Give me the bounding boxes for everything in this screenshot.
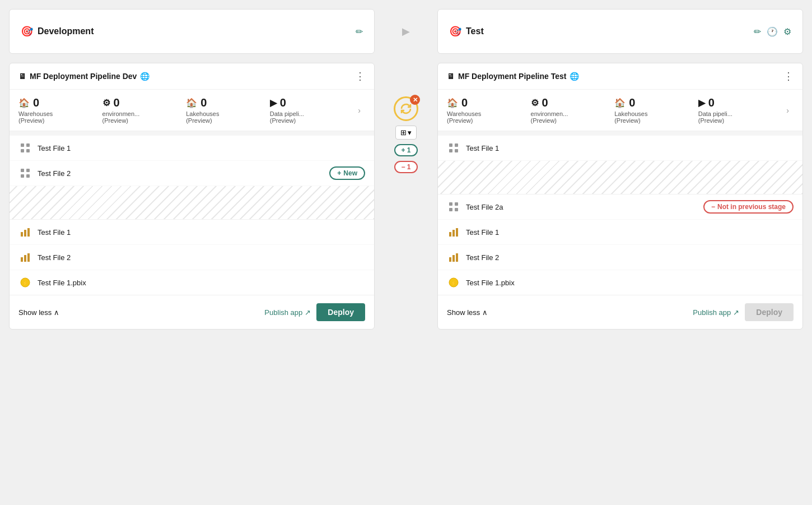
dev-item-name-testfile2-grid: Test File 2 [38,169,324,178]
dev-stats-row: 🏠 0 Warehouses(Preview) ⚙ 0 environmen..… [10,90,374,131]
development-edit-icon[interactable]: ✏ [356,26,363,37]
svg-rect-17 [455,143,458,147]
dev-item-testfile1-pbix: ⚡ Test File 1.pbix [10,270,374,295]
test-deploy-button: Deploy [745,303,794,321]
test-publish-icon: ↗ [733,308,739,317]
test-stat-arrow[interactable]: › [782,106,794,115]
dev-stat-pipelines: ▶ 0 Data pipeli...(Preview) [270,96,354,124]
svg-rect-0 [21,143,24,147]
svg-rect-12 [24,255,26,262]
dev-publish-label: Publish app [264,308,302,317]
test-pipeline-title-text: MF Deployment Pipeline Test [458,72,566,81]
dev-stat-arrow[interactable]: › [353,106,365,115]
test-section-divider [438,131,802,136]
test-stat-environments: ⚙ 0 environmen...(Preview) [531,96,615,124]
dev-card-title: 🖥 MF Deployment Pipeline Dev 🌐 [18,72,150,81]
test-item-icon-grid1 [447,141,460,155]
compare-icon: ⊞ [400,128,407,137]
test-item-name-testfile1-grid: Test File 1 [466,144,794,152]
dev-lake-label: Lakehouses(Preview) [186,110,219,124]
test-pipe-icon: ▶ [698,98,705,108]
svg-rect-19 [455,149,458,152]
test-stat-lakehouses: 🏠 0 Lakehouses(Preview) [614,96,698,124]
dev-item-name-testfile1-grid: Test File 1 [38,144,365,152]
dev-pipeline-globe-icon: 🌐 [140,72,150,81]
test-pipeline-globe-icon: 🌐 [570,72,579,81]
dev-item-name-testfile2-chart: Test File 2 [38,253,365,262]
test-item-badge-not-previous: − Not in previous stage [703,200,794,214]
test-env-label: environmen...(Preview) [531,110,568,124]
test-more-button[interactable]: ⋮ [783,71,794,81]
dev-section-divider [10,131,374,136]
dev-card-footer: Show less ∧ Publish app ↗ Deploy [10,295,374,329]
pipeline-cards-row: 🖥 MF Deployment Pipeline Dev 🌐 ⋮ 🏠 0 War… [9,63,803,330]
test-stage-title: 🎯 Test [449,25,484,38]
test-item-icon-chart1 [447,225,460,239]
dev-hatch-area [10,186,374,220]
test-stat-pipelines: ▶ 0 Data pipeli...(Preview) [698,96,782,124]
svg-rect-13 [27,253,30,262]
test-item-name-testfile2a-grid: Test File 2a [466,203,698,211]
test-history-icon[interactable]: 🕐 [767,26,778,37]
dev-more-button[interactable]: ⋮ [355,71,365,81]
test-settings-icon[interactable]: ⚙ [783,26,791,37]
test-item-icon-pbix: ⚡ [447,276,460,289]
dev-item-icon-grid2 [18,166,32,180]
svg-rect-6 [21,174,24,178]
test-stage-name: Test [466,26,484,36]
dev-env-label: environmen...(Preview) [102,110,140,124]
test-item-name-testfile1-chart: Test File 1 [466,228,794,237]
test-env-count: 0 [542,96,548,109]
test-hatch-area [438,161,802,194]
test-env-icon: ⚙ [531,98,539,108]
dev-pipe-icon: ▶ [270,98,277,108]
svg-text:⚡: ⚡ [22,280,28,286]
svg-rect-16 [449,143,452,147]
test-edit-icon[interactable]: ✏ [754,26,761,37]
refresh-error-icon: ✕ [410,95,420,105]
test-lake-label: Lakehouses(Preview) [614,110,647,124]
dev-warehouse-label: Warehouses(Preview) [18,110,53,124]
dev-env-icon: ⚙ [102,98,110,108]
dev-pipe-count: 0 [280,96,286,109]
dev-show-less-chevron: ∧ [54,308,59,317]
development-stage-actions: ✏ [356,26,363,37]
dev-show-less-button[interactable]: Show less ∧ [18,308,59,317]
dev-show-less-label: Show less [18,308,52,317]
dev-item-name-testfile1-chart: Test File 1 [38,228,365,237]
test-show-less-chevron: ∧ [482,308,488,317]
test-stat-warehouses: 🏠 0 Warehouses(Preview) [447,96,531,124]
diff-removed-text: − 1 [401,163,410,171]
dev-pipeline-title-text: MF Deployment Pipeline Dev [30,72,137,81]
dev-footer-right: Publish app ↗ Deploy [264,303,365,321]
dev-pipeline-icon: 🖥 [18,72,26,81]
svg-rect-23 [455,208,458,211]
test-lake-icon: 🏠 [614,98,626,108]
test-show-less-button[interactable]: Show less ∧ [447,308,488,317]
test-item-name-testfile2-chart: Test File 2 [466,253,794,262]
test-lake-count: 0 [629,96,635,109]
svg-rect-18 [449,149,452,152]
svg-rect-24 [449,232,451,237]
dev-item-icon-chart1 [18,225,32,239]
stage-headers-row: 🎯 Development ✏ ▶ 🎯 Test ✏ 🕐 ⚙ [9,9,803,54]
dev-deploy-button[interactable]: Deploy [316,303,365,321]
dev-item-testfile2-chart: Test File 2 [10,245,374,270]
test-publish-button[interactable]: Publish app ↗ [693,308,739,317]
svg-rect-25 [452,230,455,237]
dev-pipeline-card: 🖥 MF Deployment Pipeline Dev 🌐 ⋮ 🏠 0 War… [9,63,375,330]
dev-stat-lakehouses: 🏠 0 Lakehouses(Preview) [186,96,270,124]
development-stage-icon: 🎯 [21,25,33,38]
svg-rect-20 [449,202,452,206]
test-pipe-count: 0 [708,96,715,109]
svg-rect-11 [21,257,23,262]
compare-button[interactable]: ⊞ ▾ [395,126,417,140]
dev-publish-button[interactable]: Publish app ↗ [264,308,311,317]
svg-rect-10 [27,228,30,237]
test-deploy-label: Deploy [756,308,782,317]
test-item-testfile1-pbix: ⚡ Test File 1.pbix [438,270,802,295]
test-publish-label: Publish app [693,308,731,317]
dev-deploy-label: Deploy [328,308,354,317]
test-stage-actions: ✏ 🕐 ⚙ [754,26,791,37]
test-card-footer: Show less ∧ Publish app ↗ Deploy [438,295,802,329]
